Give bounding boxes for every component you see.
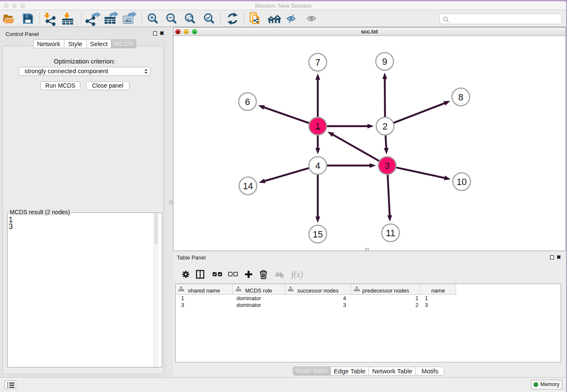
svg-text:11: 11	[386, 228, 395, 238]
svg-text:3: 3	[385, 161, 390, 171]
svg-text:1: 1	[315, 121, 320, 132]
svg-text:7: 7	[315, 58, 320, 68]
svg-text:10: 10	[457, 177, 467, 187]
svg-text:8: 8	[458, 92, 463, 102]
svg-text:2: 2	[383, 121, 388, 132]
svg-text:4: 4	[315, 161, 320, 171]
svg-text:f(x): f(x)	[292, 270, 303, 279]
svg-text:9: 9	[382, 57, 387, 67]
svg-text:6: 6	[245, 97, 250, 107]
svg-text:14: 14	[243, 181, 253, 191]
svg-text:15: 15	[313, 229, 323, 240]
